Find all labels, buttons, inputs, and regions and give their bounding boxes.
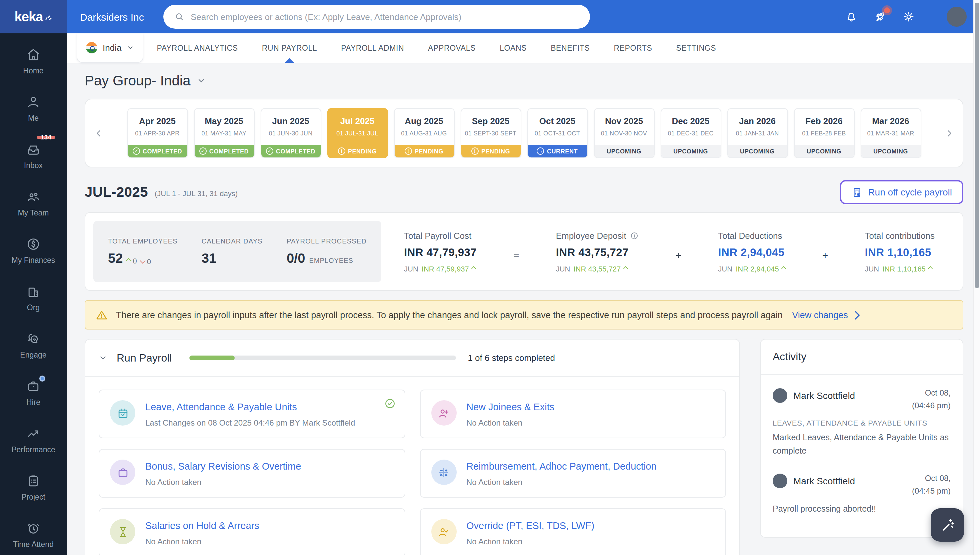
sidebar-item-my-finances[interactable]: My Finances — [0, 227, 67, 274]
total-deductions-label: Total Deductions — [718, 231, 785, 241]
total-employees-stat: TOTAL EMPLOYEES 52 0 0 — [108, 237, 177, 266]
month-card-sep-2025[interactable]: Sep 2025 01 SEPT-30 SEPT !PENDING — [460, 108, 521, 158]
info-icon[interactable] — [630, 231, 639, 240]
period-title: JUL-2025 — [85, 184, 148, 200]
notifications-bell-icon[interactable] — [845, 10, 858, 23]
activity-step-heading: LEAVES, ATTENDANCE & PAYABLE UNITS — [773, 419, 951, 427]
view-changes-link[interactable]: View changes — [792, 308, 863, 321]
sidebar-item-my-team[interactable]: My Team — [0, 180, 67, 227]
home-icon — [26, 47, 41, 62]
calculator-icon — [851, 186, 863, 198]
month-status-upcoming: UPCOMING — [594, 145, 654, 157]
carousel-prev-icon[interactable] — [91, 128, 107, 138]
step-subtitle: Last Changes on 08 Oct 2025 04:46 pm BY … — [145, 418, 355, 428]
sidebar-item-engage[interactable]: Engage — [0, 322, 67, 369]
sidebar-item-time-attend[interactable]: Time Attend — [0, 511, 67, 555]
headcount-stats: TOTAL EMPLOYEES 52 0 0 CALENDAR DAYS 31 … — [93, 221, 381, 282]
month-status-pending: !PENDING — [328, 145, 387, 157]
month-card-jan-2026[interactable]: Jan 2026 01 JAN-31 JAN UPCOMING — [727, 108, 788, 158]
sidebar-item-project[interactable]: Project — [0, 464, 67, 511]
step-bonus-salary-revisions-overtime[interactable]: Bonus, Salary Revisions & Overtime No Ac… — [99, 449, 405, 498]
month-name: Sep 2025 — [461, 116, 520, 126]
magic-wand-icon — [939, 517, 955, 533]
month-card-may-2025[interactable]: May 2025 01 MAY-31 MAY ✓COMPLETED — [193, 108, 254, 158]
step-new-joinees-exits[interactable]: New Joinees & Exits No Action taken — [420, 390, 726, 438]
month-status-upcoming: UPCOMING — [727, 145, 787, 157]
total-employees-label: TOTAL EMPLOYEES — [108, 237, 177, 244]
search-input[interactable] — [191, 12, 579, 22]
caret-up-icon — [928, 266, 933, 271]
step-title: Reimbursement, Adhoc Payment, Deduction — [466, 461, 657, 472]
month-card-dec-2025[interactable]: Dec 2025 01 DEC-31 DEC UPCOMING — [660, 108, 721, 158]
employee-deposit-prev[interactable]: JUNINR 43,55,727 — [556, 265, 639, 273]
india-flag-icon — [86, 42, 98, 53]
month-card-jun-2025[interactable]: Jun 2025 01 JUN-30 JUN ✓COMPLETED — [261, 108, 321, 158]
month-status-upcoming: UPCOMING — [661, 145, 720, 157]
month-card-aug-2025[interactable]: Aug 2025 01 AUG-31 AUG !PENDING — [394, 108, 454, 158]
activity-item: Mark Scottfield Oct 08, (04:45 pm) Payro… — [773, 472, 951, 516]
avatar — [773, 388, 787, 403]
month-card-nov-2025[interactable]: Nov 2025 01 NOV-30 NOV UPCOMING — [594, 108, 654, 158]
global-search[interactable] — [163, 5, 590, 29]
step-reimbursement-adhoc-payment-deduction[interactable]: Reimbursement, Adhoc Payment, Deduction … — [420, 449, 726, 498]
briefcase-icon — [110, 460, 135, 485]
tab-reports[interactable]: REPORTS — [614, 34, 652, 63]
month-card-apr-2025[interactable]: Apr 2025 01 APR-30 APR ✓COMPLETED — [127, 108, 188, 158]
tab-approvals[interactable]: APPROVALS — [428, 34, 476, 63]
sidebar-item-org[interactable]: Org — [0, 274, 67, 322]
progress-text: 1 of 6 steps completed — [468, 353, 555, 363]
total-deductions-value[interactable]: INR 2,94,045 — [718, 246, 785, 258]
tab-run-payroll[interactable]: RUN PAYROLL — [262, 34, 317, 63]
sidebar-item-inbox[interactable]: 134 Inbox — [0, 132, 67, 180]
scrollbar-thumb[interactable] — [975, 3, 979, 288]
run-payroll-title: Run Payroll — [117, 352, 172, 364]
month-card-jul-2025-selected[interactable]: Jul 2025 01 JUL-31 JUL !PENDING — [327, 108, 388, 158]
month-card-oct-2025[interactable]: Oct 2025 01 OCT-31 OCT →CURRENT — [527, 108, 588, 158]
keka-logo[interactable]: keka — [0, 0, 67, 34]
carousel-next-icon[interactable] — [941, 128, 957, 138]
calendar-days-stat: CALENDAR DAYS 31 — [201, 237, 263, 266]
inbox-icon: 134 — [26, 142, 41, 157]
check-icon: ✓ — [133, 148, 140, 155]
month-status-pending: !PENDING — [461, 145, 520, 157]
step-title: Salaries on Hold & Arrears — [145, 520, 259, 531]
sidebar-item-performance[interactable]: Performance — [0, 416, 67, 464]
step-leave-attendance-payable-units[interactable]: Leave, Attendance & Payable Units Last C… — [99, 390, 405, 438]
tab-payroll-analytics[interactable]: PAYROLL ANALYTICS — [157, 34, 238, 63]
settings-gear-icon[interactable] — [902, 10, 915, 23]
assistant-wand-button[interactable] — [930, 508, 964, 542]
month-card-feb-2026[interactable]: Feb 2026 01 FEB-28 FEB UPCOMING — [794, 108, 854, 158]
total-payroll-cost-prev[interactable]: JUNINR 47,59,937 — [404, 265, 476, 273]
country-selector[interactable]: India — [77, 34, 143, 63]
run-off-cycle-payroll-button[interactable]: Run off cycle payroll — [840, 180, 963, 204]
engage-chat-icon — [26, 332, 41, 346]
hourglass-icon — [110, 519, 135, 544]
collapse-chevron-icon[interactable] — [99, 354, 107, 362]
step-subtitle: No Action taken — [466, 418, 554, 428]
whats-new-rocket-icon[interactable] — [873, 10, 887, 23]
sidebar-item-label: My Finances — [12, 256, 55, 264]
sidebar-item-me[interactable]: Me — [0, 85, 67, 132]
user-icon — [26, 95, 41, 109]
tab-settings[interactable]: SETTINGS — [676, 34, 716, 63]
user-check-icon — [431, 519, 456, 544]
total-deductions-prev[interactable]: JUNINR 2,94,045 — [718, 265, 785, 273]
step-salaries-on-hold-arrears[interactable]: Salaries on Hold & Arrears No Action tak… — [99, 508, 405, 555]
total-contributions-value[interactable]: INR 1,10,165 — [865, 246, 935, 258]
activity-timestamp: Oct 08, (04:45 pm) — [912, 472, 951, 498]
payroll-processed-value: 0/0 — [287, 250, 305, 266]
step-subtitle: No Action taken — [466, 478, 657, 487]
month-name: May 2025 — [194, 116, 254, 126]
tab-benefits[interactable]: BENEFITS — [551, 34, 590, 63]
scrollbar-track[interactable] — [973, 0, 980, 555]
user-avatar[interactable] — [946, 7, 967, 27]
step-override-pt-esi-tds-lwf[interactable]: Override (PT, ESI, TDS, LWF) No Action t… — [420, 508, 726, 555]
tab-payroll-admin[interactable]: PAYROLL ADMIN — [341, 34, 404, 63]
employee-deposit-value: INR 43,75,727 — [556, 246, 639, 258]
sidebar-item-hire[interactable]: Hire — [0, 369, 67, 416]
month-card-mar-2026[interactable]: Mar 2026 01 MAR-31 MAR UPCOMING — [860, 108, 921, 158]
sidebar-item-home[interactable]: Home — [0, 37, 67, 85]
total-contributions-prev[interactable]: JUNINR 1,10,165 — [865, 265, 935, 273]
tab-loans[interactable]: LOANS — [500, 34, 527, 63]
chevron-down-icon[interactable] — [197, 76, 206, 85]
